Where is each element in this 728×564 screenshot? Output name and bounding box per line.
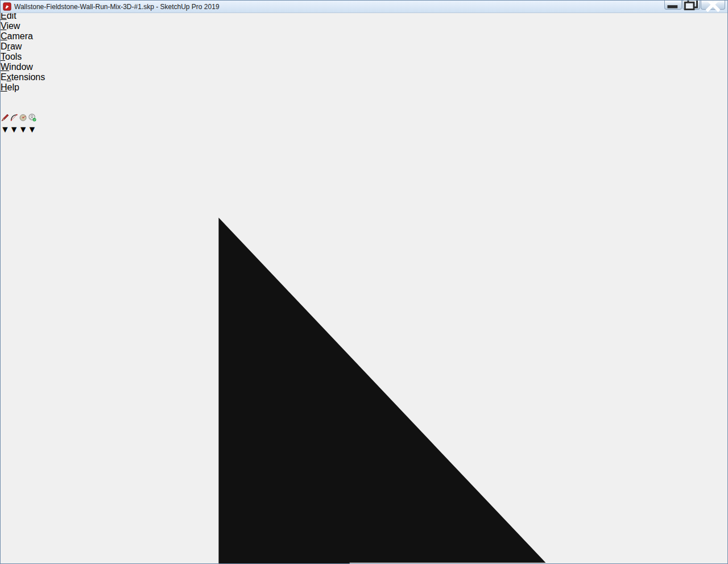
menu-help[interactable]: Help	[1, 82, 727, 93]
menu-view[interactable]: View	[1, 21, 727, 31]
close-button[interactable]	[701, 1, 725, 10]
select-button[interactable]	[1, 145, 727, 564]
circle-button[interactable]: ▼	[19, 113, 28, 135]
account-button[interactable]: ▼	[28, 113, 37, 135]
minimize-button[interactable]	[664, 1, 682, 10]
large-tool-set: A1AA	[1, 145, 727, 564]
arc-button[interactable]: ▼	[10, 113, 19, 135]
menu-tools[interactable]: Tools	[1, 52, 727, 62]
restore-button[interactable]	[682, 1, 700, 10]
dropdown-arrow-icon[interactable]: ▼	[28, 125, 37, 134]
principal-toolbar: ▼▼▼A1▼	[1, 113, 727, 145]
standard-toolbar	[1, 93, 727, 103]
dropdown-arrow-icon[interactable]: ▼	[19, 125, 28, 134]
line-button[interactable]: ▼	[1, 113, 10, 135]
account-icon	[28, 114, 37, 124]
tools-toolbar: A1AA	[1, 103, 727, 113]
menu-draw[interactable]: Draw	[1, 42, 727, 52]
arc-icon	[10, 114, 19, 124]
circle-icon	[19, 114, 28, 124]
menu-camera[interactable]: Camera	[1, 31, 727, 42]
menu-bar: FileEditViewCameraDrawToolsWindowExtensi…	[1, 1, 727, 93]
menu-extensions[interactable]: Extensions	[1, 72, 727, 82]
sketchup-window: { "window": { "title": "Wallstone-Fields…	[0, 0, 728, 564]
dropdown-arrow-icon[interactable]: ▼	[1, 125, 10, 134]
window-title: Wallstone-Fieldstone-Wall-Run-Mix-3D-#1.…	[14, 3, 220, 11]
dropdown-arrow-icon[interactable]: ▼	[10, 125, 19, 134]
sketchup-logo-icon	[3, 2, 11, 11]
menu-window[interactable]: Window	[1, 62, 727, 72]
line-icon	[1, 114, 10, 124]
title-bar: Wallstone-Fieldstone-Wall-Run-Mix-3D-#1.…	[1, 1, 728, 13]
